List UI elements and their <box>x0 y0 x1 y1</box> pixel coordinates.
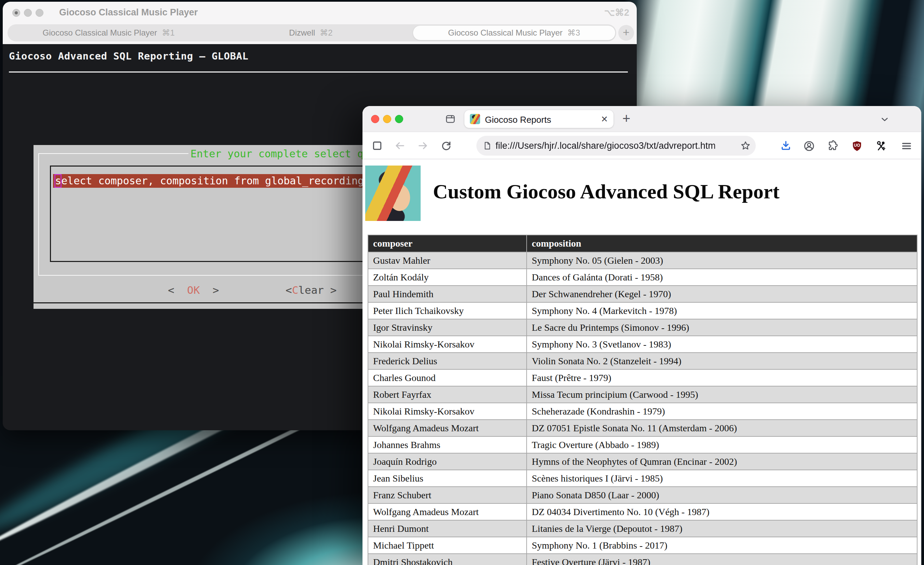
terminal-tab-label: Giocoso Classical Music Player <box>448 28 562 38</box>
new-tab-button[interactable]: + <box>622 111 630 125</box>
terminal-tab-shortcut: ⌘1 <box>162 28 174 38</box>
table-row: Jean SibeliusScènes historiques I (Järvi… <box>368 470 917 487</box>
extensions-puzzle-icon[interactable] <box>827 140 838 152</box>
query-input-field[interactable]: select composer, composition from global… <box>53 174 368 188</box>
table-row: Wolfgang Amadeus MozartDZ 07051 Epistle … <box>368 420 917 436</box>
tab-favicon <box>470 114 480 124</box>
downloads-icon[interactable] <box>780 140 792 152</box>
terminal-titlebar: Giocoso Classical Music Player ⌥⌘2 <box>3 2 637 22</box>
table-cell: Igor Stravinsky <box>368 319 526 336</box>
ublock-origin-icon[interactable]: UO <box>851 140 863 152</box>
dialog-bottom-shadow <box>33 302 375 304</box>
table-cell: Scènes historiques I (Järvi - 1985) <box>526 470 917 487</box>
back-button-icon[interactable] <box>394 140 406 152</box>
table-cell: Hymns of the Neophytes of Qumran (Encina… <box>526 453 917 470</box>
table-row: Johannes BrahmsTragic Overture (Abbado -… <box>368 436 917 453</box>
table-row: Zoltán KodályDances of Galánta (Dorati -… <box>368 269 917 286</box>
sql-query-dialog: Enter your complete select q select comp… <box>33 145 375 309</box>
table-cell: Peter Ilich Tchaikovsky <box>368 302 526 319</box>
browser-tab-giocoso-reports[interactable]: Giocoso Reports ✕ <box>464 110 614 128</box>
table-cell: Der Schwanendreher (Kegel - 1970) <box>526 286 917 302</box>
table-cell: Johannes Brahms <box>368 436 526 453</box>
table-cell: DZ 04034 Divertimento No. 10 (Végh - 198… <box>526 503 917 520</box>
table-cell: Charles Gounod <box>368 370 526 386</box>
query-input-box[interactable]: select composer, composition from global… <box>50 165 371 262</box>
giocoso-logo-image <box>365 165 421 221</box>
zoom-window-button[interactable] <box>395 115 403 123</box>
table-cell: Wolfgang Amadeus Mozart <box>368 420 526 436</box>
account-icon[interactable] <box>803 140 815 152</box>
url-text[interactable]: file:///Users/hjr/.local/share/giocoso3/… <box>495 141 732 151</box>
table-header-row: composer composition <box>368 235 917 252</box>
table-cell: Piano Sonata D850 (Laar - 2000) <box>526 487 917 503</box>
table-row: Peter Ilich TchaikovskySymphony No. 4 (M… <box>368 302 917 319</box>
table-row: Joaquín RodrigoHymns of the Neophytes of… <box>368 453 917 470</box>
terminal-tab-3-active[interactable]: Giocoso Classical Music Player ⌘3 <box>413 25 615 41</box>
table-cell: Dances of Galánta (Dorati - 1958) <box>526 269 917 286</box>
table-cell: Litanies de la Vierge (Depoutot - 1987) <box>526 520 917 537</box>
table-cell: Gustav Mahler <box>368 252 526 269</box>
terminal-heading-rule <box>9 72 628 72</box>
table-cell: Paul Hindemith <box>368 286 526 302</box>
table-row: Frederick DeliusViolin Sonata No. 2 (Sta… <box>368 353 917 370</box>
table-row: Wolfgang Amadeus MozartDZ 04034 Divertim… <box>368 503 917 520</box>
table-cell: Nikolai Rimsky-Korsakov <box>368 336 526 353</box>
keys-extension-icon[interactable] <box>875 140 887 152</box>
table-cell: Tragic Overture (Abbado - 1989) <box>526 436 917 453</box>
browser-tabbar: Giocoso Reports ✕ + <box>363 106 921 132</box>
table-cell: Festive Overture (Järvi - 1987) <box>526 554 917 565</box>
table-row: Gustav MahlerSymphony No. 05 (Gielen - 2… <box>368 252 917 269</box>
query-input-value: select composer, composition from global… <box>55 175 364 187</box>
column-header-composer: composer <box>368 235 526 252</box>
table-cell: Scheherazade (Kondrashin - 1979) <box>526 403 917 420</box>
terminal-new-tab-button[interactable]: + <box>618 25 634 41</box>
terminal-tab-2[interactable]: Dizwell ⌘2 <box>210 24 412 41</box>
sidebar-toggle-icon[interactable] <box>371 140 383 152</box>
table-cell: Violin Sonata No. 2 (Stanzeleit - 1994) <box>526 353 917 370</box>
desktop: Giocoso Classical Music Player ⌥⌘2 Gioco… <box>0 0 924 565</box>
clear-button[interactable]: <Clear > <box>285 284 336 296</box>
terminal-shortcut-badge: ⌥⌘2 <box>604 7 629 18</box>
table-row: Dmitri ShostakovichFestive Overture (Jär… <box>368 554 917 565</box>
tab-close-icon[interactable]: ✕ <box>601 114 608 124</box>
tab-title: Giocoso Reports <box>485 114 551 125</box>
terminal-tab-1[interactable]: Giocoso Classical Music Player ⌘1 <box>8 24 210 41</box>
terminal-tab-label: Giocoso Classical Music Player <box>43 28 157 38</box>
forward-button-icon[interactable] <box>417 140 429 152</box>
ok-button[interactable]: < OK > <box>168 284 219 296</box>
bookmark-star-icon[interactable] <box>740 140 751 151</box>
close-window-button[interactable] <box>12 9 20 17</box>
table-cell: Robert Fayrfax <box>368 386 526 403</box>
table-cell: Symphony No. 05 (Gielen - 2003) <box>526 252 917 269</box>
text-cursor <box>54 174 62 188</box>
browser-navbar: file:///Users/hjr/.local/share/giocoso3/… <box>363 132 921 159</box>
page-title: Custom Giocoso Advanced SQL Report <box>433 180 779 203</box>
table-cell: Nikolai Rimsky-Korsakov <box>368 403 526 420</box>
terminal-window-title: Giocoso Classical Music Player <box>59 7 198 18</box>
url-bar[interactable]: file:///Users/hjr/.local/share/giocoso3/… <box>476 136 756 156</box>
terminal-tab-shortcut: ⌘3 <box>567 28 580 38</box>
table-cell: DZ 07051 Epistle Sonata No. 11 (Amsterda… <box>526 420 917 436</box>
minimize-window-button[interactable] <box>383 115 391 123</box>
table-row: Robert FayrfaxMissa Tecum principium (Ca… <box>368 386 917 403</box>
terminal-tabstrip: Giocoso Classical Music Player ⌘1 Dizwel… <box>8 24 616 41</box>
table-cell: Jean Sibelius <box>368 470 526 487</box>
minimize-window-button[interactable] <box>24 9 32 17</box>
table-row: Igor StravinskyLe Sacre du Printemps (Si… <box>368 319 917 336</box>
table-cell: Symphony No. 3 (Svetlanov - 1983) <box>526 336 917 353</box>
hamburger-menu-icon[interactable] <box>900 140 913 152</box>
table-cell: Franz Schubert <box>368 487 526 503</box>
firefox-view-icon[interactable] <box>444 113 456 125</box>
close-window-button[interactable] <box>371 115 379 123</box>
reload-button-icon[interactable] <box>441 140 452 152</box>
tab-overflow-chevron-icon[interactable] <box>879 114 890 125</box>
zoom-window-button[interactable] <box>36 9 44 17</box>
table-row: Nikolai Rimsky-KorsakovSymphony No. 3 (S… <box>368 336 917 353</box>
terminal-tab-shortcut: ⌘2 <box>320 28 332 38</box>
svg-text:UO: UO <box>854 143 860 148</box>
page-document-icon <box>483 141 492 150</box>
terminal-header: Giocoso Classical Music Player ⌥⌘2 Gioco… <box>3 2 637 44</box>
table-cell: Dmitri Shostakovich <box>368 554 526 565</box>
browser-traffic-lights <box>371 115 403 123</box>
table-row: Franz SchubertPiano Sonata D850 (Laar - … <box>368 487 917 503</box>
